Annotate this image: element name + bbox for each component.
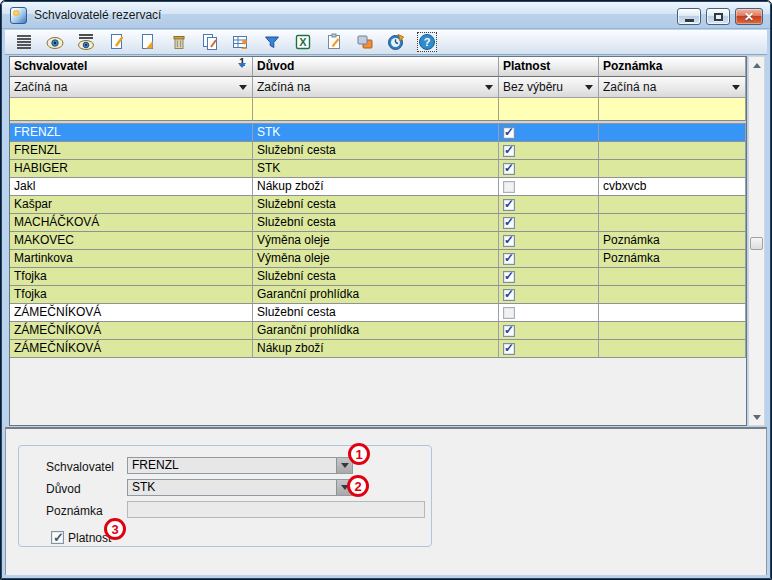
cell-duvod[interactable]: Nákup zboží [253,178,499,196]
platnost-checkbox[interactable] [503,217,515,229]
platnost-checkbox[interactable] [503,235,515,247]
cell-platnost[interactable] [499,142,599,160]
cell-duvod[interactable]: STK [253,160,499,178]
cell-duvod[interactable]: Služební cesta [253,304,499,322]
grid-row[interactable]: ZÁMEČNÍKOVÁNákup zboží [10,340,746,358]
platnost-checkbox[interactable] [503,253,515,265]
cell-poznamka[interactable] [599,142,746,160]
column-header-platnost[interactable]: Platnost [499,57,599,77]
cell-schvalovatel[interactable]: MACHÁČKOVÁ [10,214,253,232]
filter-input-platnost[interactable] [499,98,599,121]
notes-icon[interactable] [324,32,344,52]
grid-row[interactable]: FRENZLSTK [10,124,746,142]
grid-row[interactable]: FRENZLSlužební cesta [10,142,746,160]
platnost-checkbox[interactable] [503,343,515,355]
cell-poznamka[interactable] [599,196,746,214]
cell-poznamka[interactable] [599,268,746,286]
cell-schvalovatel[interactable]: FRENZL [10,142,253,160]
cell-platnost[interactable] [499,160,599,178]
cell-poznamka[interactable]: Poznámka [599,250,746,268]
grid-row[interactable]: HABIGERSTK [10,160,746,178]
filter-operator-poznamka[interactable]: Začíná na [599,77,746,98]
cell-platnost[interactable] [499,178,599,196]
cell-platnost[interactable] [499,340,599,358]
cell-duvod[interactable]: Služební cesta [253,214,499,232]
cell-poznamka[interactable] [599,160,746,178]
grid-row[interactable]: JaklNákup zbožícvbxvcb [10,178,746,196]
cell-schvalovatel[interactable]: Jakl [10,178,253,196]
restore-button[interactable] [706,8,730,25]
filter-icon[interactable] [262,32,282,52]
filter-input-schvalovatel[interactable] [10,98,253,121]
cell-platnost[interactable] [499,304,599,322]
filter-input-duvod[interactable] [253,98,499,121]
cell-poznamka[interactable] [599,322,746,340]
excel-export-icon[interactable]: X [293,32,313,52]
list-icon[interactable] [14,32,34,52]
cell-duvod[interactable]: Výměna oleje [253,250,499,268]
close-button[interactable]: ✕ [735,8,763,25]
schvalovatel-combobox[interactable]: FRENZL [127,457,353,474]
cell-platnost[interactable] [499,322,599,340]
help-icon[interactable]: ? [417,32,437,52]
cell-platnost[interactable] [499,232,599,250]
cell-poznamka[interactable] [599,214,746,232]
cell-duvod[interactable]: Garanční prohlídka [253,322,499,340]
cell-platnost[interactable] [499,214,599,232]
cell-duvod[interactable]: Služební cesta [253,142,499,160]
platnost-checkbox[interactable] [503,145,515,157]
grid-row[interactable]: MartinkovaVýměna olejePoznámka [10,250,746,268]
platnost-checkbox[interactable] [503,199,515,211]
cell-poznamka[interactable] [599,124,746,142]
filter-operator-schvalovatel[interactable]: Začíná na [10,77,253,98]
platnost-checkbox[interactable] [503,325,515,337]
history-icon[interactable] [386,32,406,52]
cell-poznamka[interactable] [599,304,746,322]
cell-schvalovatel[interactable]: Tfojka [10,268,253,286]
filter-operator-duvod[interactable]: Začíná na [253,77,499,98]
cell-duvod[interactable]: Služební cesta [253,196,499,214]
cell-poznamka[interactable] [599,340,746,358]
platnost-checkbox[interactable] [503,307,515,319]
filter-operator-platnost[interactable]: Bez výběru [499,77,599,98]
cell-schvalovatel[interactable]: FRENZL [10,124,253,142]
edit-record-icon[interactable] [138,32,158,52]
cell-schvalovatel[interactable]: ZÁMEČNÍKOVÁ [10,322,253,340]
column-header-schvalovatel[interactable]: Schvalovatel 1 [10,57,253,77]
vertical-scrollbar[interactable] [748,56,765,426]
cell-duvod[interactable]: Služební cesta [253,268,499,286]
grid-row[interactable]: MACHÁČKOVÁSlužební cesta [10,214,746,232]
grid-row[interactable]: ZÁMEČNÍKOVÁGaranční prohlídka [10,322,746,340]
cell-platnost[interactable] [499,250,599,268]
grid-row[interactable]: ZÁMEČNÍKOVÁSlužební cesta [10,304,746,322]
minimize-button[interactable] [677,8,701,25]
grid-row[interactable]: TfojkaGaranční prohlídka [10,286,746,304]
cell-platnost[interactable] [499,268,599,286]
related-records-icon[interactable] [355,32,375,52]
duvod-combobox[interactable]: STK [127,479,353,496]
cell-duvod[interactable]: Výměna oleje [253,232,499,250]
view-list-icon[interactable] [76,32,96,52]
platnost-checkbox[interactable] [503,181,515,193]
titlebar[interactable]: Schvalovatelé rezervací ✕ [2,2,770,29]
grid-row[interactable]: KašparSlužební cesta [10,196,746,214]
platnost-checkbox[interactable] [503,163,515,175]
cell-duvod[interactable]: Garanční prohlídka [253,286,499,304]
new-record-icon[interactable] [107,32,127,52]
grid-columns-icon[interactable] [231,32,251,52]
column-header-poznamka[interactable]: Poznámka [599,57,746,77]
platnost-checkbox[interactable] [503,271,515,283]
delete-icon[interactable] [169,32,189,52]
form-platnost-checkbox[interactable] [51,531,64,544]
scroll-down-button[interactable] [749,409,764,425]
grid-row[interactable]: MAKOVECVýměna olejePoznámka [10,232,746,250]
cell-duvod[interactable]: Nákup zboží [253,340,499,358]
platnost-checkbox[interactable] [503,289,515,301]
copy-record-icon[interactable] [200,32,220,52]
cell-platnost[interactable] [499,196,599,214]
cell-poznamka[interactable] [599,286,746,304]
cell-schvalovatel[interactable]: Kašpar [10,196,253,214]
cell-duvod[interactable]: STK [253,124,499,142]
view-icon[interactable] [45,32,65,52]
filter-input-poznamka[interactable] [599,98,746,121]
